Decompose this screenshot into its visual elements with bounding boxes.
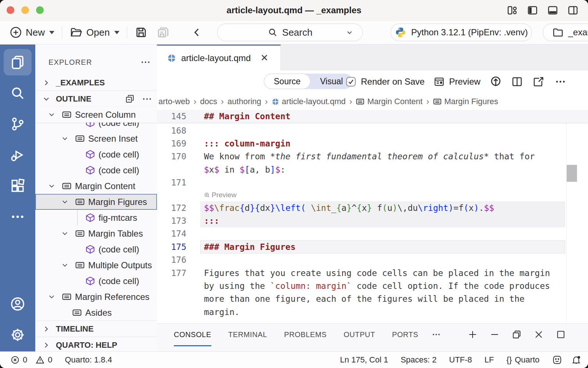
customize-layout-icon[interactable] [507, 5, 518, 16]
code-line[interactable]: 176 [157, 254, 588, 266]
language-mode-status[interactable]: {} Quarto [506, 355, 539, 365]
render-on-save-control[interactable]: Render on Save [345, 70, 424, 93]
panel-more-icon[interactable] [431, 324, 441, 345]
code-line[interactable]: 175### Margin Figures [157, 240, 588, 253]
sidebar-section-quarto-help[interactable]: QUARTO: HELP [35, 337, 157, 352]
breadcrumb-item[interactable]: arto-web [158, 97, 190, 106]
sticky-code-line[interactable]: 145## Margin Content [157, 110, 313, 123]
code-line[interactable]: 170We know from *the first fundamental t… [157, 150, 588, 163]
codelens-preview[interactable]: Preview [200, 189, 565, 201]
chevron-down-icon[interactable] [45, 293, 58, 301]
chevron-down-icon[interactable] [58, 198, 71, 206]
search-input[interactable]: Search [217, 24, 363, 41]
breadcrumb-item[interactable]: authoring [227, 97, 261, 106]
outline-item-code-cell[interactable]: (code cell) [35, 146, 157, 162]
code-editor[interactable]: 145## Margin Content 168169::: column-ma… [157, 110, 588, 323]
activity-settings[interactable] [4, 322, 32, 348]
collapse-all-icon[interactable] [125, 93, 136, 105]
scrollbar-thumb[interactable] [567, 165, 577, 182]
quarto-version-status[interactable]: Quarto: 1.8.4 [65, 355, 112, 365]
outline-item-code-cell[interactable]: (code cell) [35, 162, 157, 178]
breadcrumb-item[interactable]: Margin Figures [433, 97, 498, 106]
workspace-selector[interactable]: _examples [543, 24, 588, 41]
code-line[interactable]: more than one figure, each of the figure… [157, 293, 588, 305]
toggle-primary-sidebar-icon[interactable] [527, 5, 538, 16]
source-mode-button[interactable]: Source [264, 74, 311, 89]
breadcrumb-item[interactable]: docs [200, 97, 217, 106]
code-line[interactable]: 169::: column-margin [157, 137, 588, 150]
navigate-back-icon[interactable] [191, 26, 203, 38]
activity-account[interactable] [4, 291, 32, 317]
breadcrumb-item[interactable]: article-layout.qmd [272, 97, 346, 106]
outline-item-asides[interactable]: Asides [35, 305, 157, 321]
breadcrumb-item[interactable]: Margin Content [356, 97, 422, 106]
activity-search[interactable] [4, 80, 32, 106]
activity-more[interactable] [4, 204, 32, 230]
chevron-down-icon[interactable] [45, 110, 58, 119]
code-line[interactable]: Preview [157, 189, 588, 201]
activity-run-debug[interactable] [4, 142, 32, 168]
save-all-icon[interactable] [157, 26, 170, 39]
sidebar-section-examples[interactable]: _EXAMPLES [35, 75, 157, 91]
explorer-more-icon[interactable] [140, 57, 151, 68]
panel-minimize-icon[interactable] [490, 329, 500, 340]
outline-item-margin-tables[interactable]: Margin Tables [35, 226, 157, 241]
code-line[interactable]: 172$$\frac{d}{dx}\left( \int_{a}^{x} f(u… [157, 201, 588, 214]
split-editor-icon[interactable] [511, 70, 523, 93]
outline-item-screen-column[interactable]: Screen Column [35, 107, 157, 123]
tab-article-layout[interactable]: article-layout.qmd ✕ [157, 45, 281, 70]
open-external-icon[interactable] [533, 70, 544, 93]
code-line[interactable]: 171 [157, 176, 588, 189]
feedback-smiley-icon[interactable] [552, 355, 562, 365]
panel-tab-terminal[interactable]: TERMINAL [228, 324, 267, 346]
code-line[interactable]: 177Figures that you create using code ce… [157, 266, 588, 279]
panel-close-icon[interactable] [534, 329, 544, 340]
render-document-icon[interactable] [490, 70, 502, 93]
panel-tab-console[interactable]: CONSOLE [174, 324, 211, 346]
panel-maximize-icon[interactable] [556, 329, 566, 340]
outline-item-code-cell[interactable]: (code cell) [35, 241, 157, 257]
cursor-position-status[interactable]: Ln 175, Col 1 [340, 355, 388, 365]
outline-item-screen-inset[interactable]: Screen Inset [35, 131, 157, 146]
problems-status[interactable]: 0 0 [10, 355, 53, 365]
outline-item-multiple-outputs[interactable]: Multiple Outputs [35, 257, 157, 273]
code-line[interactable]: 173::: [157, 214, 588, 227]
panel-tab-problems[interactable]: PROBLEMS [284, 324, 327, 346]
panel-tab-ports[interactable]: PORTS [392, 324, 419, 346]
activity-extensions[interactable] [4, 173, 32, 199]
code-line[interactable]: by using the `column: margin` code cell … [157, 279, 588, 292]
panel-tab-output[interactable]: OUTPUT [344, 324, 375, 346]
save-icon[interactable] [135, 26, 148, 39]
notifications-bell-icon[interactable] [571, 355, 581, 365]
outline-item-margin-references[interactable]: Margin References [35, 289, 157, 305]
sticky-scroll-line[interactable]: 145## Margin Content [157, 110, 588, 123]
code-line[interactable]: 174 [157, 227, 588, 240]
chevron-down-icon[interactable] [45, 182, 58, 190]
tab-close-icon[interactable]: ✕ [260, 52, 268, 64]
new-button[interactable]: New [10, 26, 54, 39]
chevron-down-icon[interactable] [58, 229, 71, 238]
sidebar-section-timeline[interactable]: TIMELINE [35, 321, 157, 337]
outline-item-fig-mtcars[interactable]: fig-mtcars [35, 210, 157, 226]
interpreter-selector[interactable]: Python 3.12.1 (PipEnv: .venv) [391, 24, 532, 41]
activity-explorer[interactable] [4, 49, 32, 75]
activity-source-control[interactable] [4, 111, 32, 137]
outline-item-code-cell[interactable]: (code cell) [35, 273, 157, 289]
outline-more-icon[interactable] [141, 93, 153, 105]
outline-item-margin-content[interactable]: Margin Content [35, 178, 157, 194]
code-line[interactable]: 168 [157, 124, 588, 137]
sidebar-section-outline[interactable]: OUTLINE [35, 91, 157, 107]
editor-more-icon[interactable] [555, 70, 566, 93]
chevron-down-icon[interactable] [58, 261, 71, 269]
code-line[interactable]: margin. [157, 305, 588, 318]
toggle-panel-icon[interactable] [547, 5, 558, 16]
eol-status[interactable]: LF [484, 355, 494, 365]
panel-restore-icon[interactable] [512, 329, 522, 340]
open-button[interactable]: Open [69, 26, 119, 39]
chevron-down-icon[interactable] [58, 134, 71, 143]
code-line[interactable]: $x$ in $[a, b]$: [157, 163, 588, 176]
outline-item-margin-figures[interactable]: Margin Figures [35, 194, 157, 210]
indentation-status[interactable]: Spaces: 2 [401, 355, 437, 365]
panel-new-icon[interactable] [467, 329, 478, 340]
toggle-secondary-sidebar-icon[interactable] [567, 5, 578, 16]
